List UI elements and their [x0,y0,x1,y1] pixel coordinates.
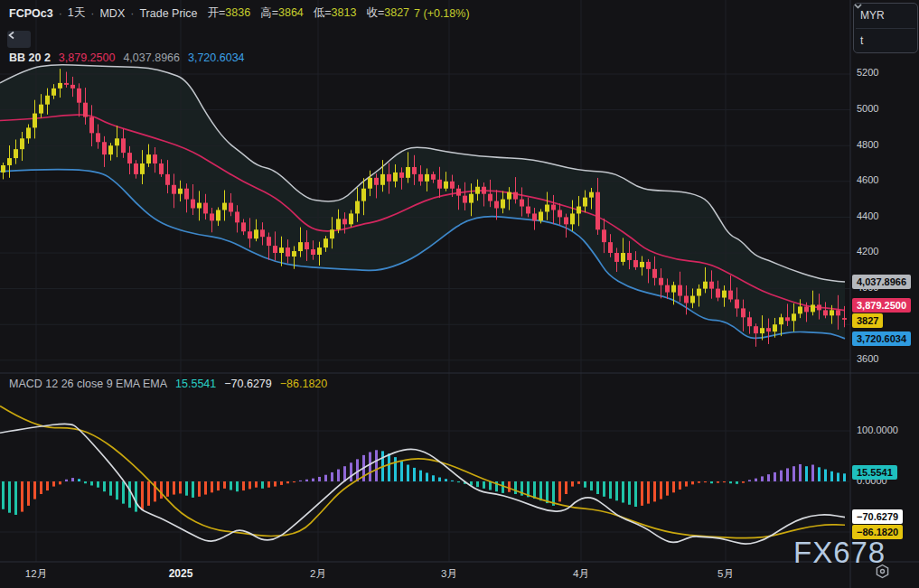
gear-icon[interactable] [875,564,895,583]
macd-signal-value: −86.1820 [280,378,327,390]
price-tick: 4600 [857,174,878,185]
time-tick-dec[interactable]: 12月 [25,567,47,581]
separator: · [90,7,94,20]
price-tick: 4400 [857,210,878,221]
currency-unit-selector: MYR t [853,3,918,53]
time-tick-apr[interactable]: 4月 [573,567,589,581]
ohlc-high: 高=3864 [260,5,304,21]
watermark: FX678 [793,536,886,570]
bb-indicator-row[interactable]: BB 20 2 3,879.2500 4,037.8966 3,720.6034 [9,51,245,64]
interval-label[interactable]: 1天 [68,5,85,21]
symbol-header: FCPOc3 · 1天 · MDX · Trade Price 开=3836 高… [9,5,470,21]
macd-hist-badge: 15.5541 [852,465,897,480]
price-tick: 4200 [857,246,878,257]
bb-lower-value: 3,720.6034 [188,51,245,64]
exchange-label: MDX [99,7,125,20]
symbol-name[interactable]: FCPOc3 [9,7,53,20]
separator: · [59,7,62,20]
ohlc-low: 低=3813 [314,5,357,21]
change-value: 7 (+0.18%) [414,7,470,20]
currency-value: MYR [860,9,885,22]
time-tick-may[interactable]: 5月 [717,567,734,581]
chevron-down-icon [854,4,862,9]
price-tick: 5000 [857,103,878,114]
price-macd-chart[interactable] [0,0,919,588]
trading-chart-app: FCPOc3 · 1天 · MDX · Trade Price 开=3836 高… [0,0,919,588]
macd-line-badge: −70.6279 [852,509,903,524]
bb-basis-value: 3,879.2500 [59,51,116,64]
ohlc-open: 开=3836 [208,5,251,21]
macd-indicator-name: MACD 12 26 close 9 EMA EMA [9,378,167,390]
bb-basis-badge: 3,879.2500 [852,298,911,313]
unit-value: t [860,34,863,47]
chevron-left-icon [7,31,16,40]
price-tick: 5200 [857,67,878,78]
price-tick: 3600 [857,353,878,364]
macd-lines [0,406,845,545]
currency-dropdown[interactable]: MYR [854,4,917,28]
bb-indicator-name: BB 20 2 [9,51,51,64]
bb-lower-badge: 3,720.6034 [852,331,911,346]
last-price-badge: 3827 [852,313,883,328]
series-type-label: Trade Price [139,7,197,20]
macd-hist-value: 15.5541 [175,378,216,390]
bb-upper-value: 4,037.8966 [123,51,180,64]
time-tick-2025[interactable]: 2025 [169,567,193,580]
time-tick-mar[interactable]: 3月 [441,567,457,581]
bb-upper-badge: 4,037.8966 [852,275,911,289]
back-button[interactable] [7,31,31,48]
time-tick-feb[interactable]: 2月 [310,567,326,581]
macd-indicator-row[interactable]: MACD 12 26 close 9 EMA EMA 15.5541 −70.6… [9,378,327,390]
price-tick: 4800 [857,139,878,150]
macd-tick: 100.0000 [857,425,898,435]
separator: · [130,7,134,20]
macd-line-value: −70.6279 [224,378,271,390]
unit-dropdown[interactable]: t [854,29,917,53]
ohlc-close: 收=3827 [366,5,409,21]
